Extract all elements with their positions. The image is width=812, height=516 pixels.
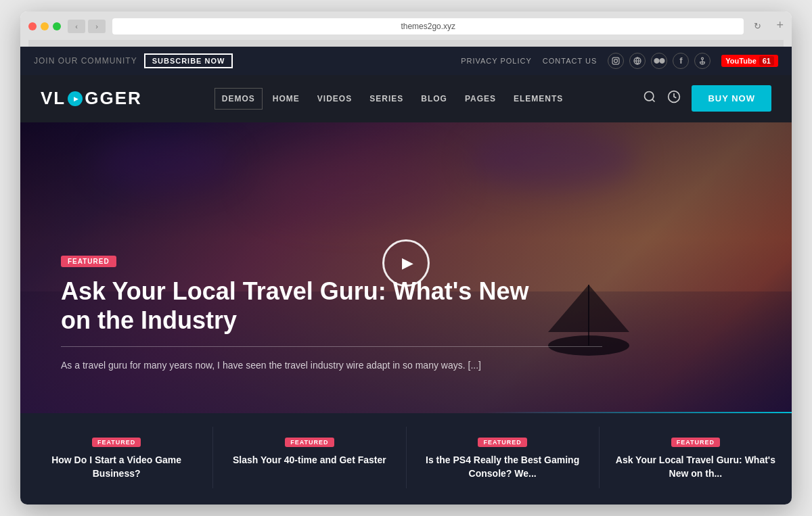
minimize-button[interactable] xyxy=(41,22,49,30)
anchor-icon[interactable] xyxy=(694,53,710,69)
hero-excerpt: As a travel guru for many years now, I h… xyxy=(61,358,521,373)
hero-title: Ask Your Local Travel Guru: What's New o… xyxy=(61,277,535,335)
subscribe-now-button[interactable]: SUBSCRIBE NOW xyxy=(144,53,233,68)
nav-item-pages[interactable]: PAGES xyxy=(457,88,503,110)
join-text: JOIN OUR COMMUNITY xyxy=(34,56,137,66)
social-icons: ⬤⬤ f xyxy=(608,53,710,69)
website-content: JOIN OUR COMMUNITY SUBSCRIBE NOW PRIVACY… xyxy=(20,47,792,505)
hero-section: FEATURED Ask Your Local Travel Guru: Wha… xyxy=(20,122,792,413)
svg-rect-0 xyxy=(612,57,619,64)
nav-item-blog[interactable]: BLOG xyxy=(413,88,455,110)
cards-section: FEATURED How Do I Start a Video Game Bus… xyxy=(20,413,792,505)
svg-point-2 xyxy=(618,59,618,60)
nav-item-series[interactable]: SERIES xyxy=(362,88,411,110)
card-4-badge: FEATURED xyxy=(671,438,720,447)
buy-now-button[interactable]: BUY NOW xyxy=(692,85,771,112)
nav-item-home[interactable]: HOME xyxy=(265,88,307,110)
featured-badge: FEATURED xyxy=(61,256,116,267)
logo-text-start: VL xyxy=(41,88,66,109)
card-1-badge: FEATURED xyxy=(92,438,141,447)
nav-item-videos[interactable]: VIDEOS xyxy=(310,88,359,110)
facebook-icon[interactable]: f xyxy=(673,53,689,69)
card-2[interactable]: FEATURED Slash Your 40-time and Get Fast… xyxy=(213,427,406,488)
card-4[interactable]: FEATURED Ask Your Local Travel Guru: Wha… xyxy=(600,427,792,488)
card-3-badge: FEATURED xyxy=(478,438,526,447)
svg-point-1 xyxy=(614,59,618,62)
svg-point-6 xyxy=(645,92,654,101)
maximize-button[interactable] xyxy=(53,22,61,30)
back-button[interactable]: ‹ xyxy=(68,20,85,33)
card-2-title: Slash Your 40-time and Get Faster xyxy=(229,454,389,467)
top-bar: JOIN OUR COMMUNITY SUBSCRIBE NOW PRIVACY… xyxy=(20,47,792,75)
card-1-title: How Do I Start a Video Game Business? xyxy=(37,454,196,480)
globe-icon[interactable] xyxy=(629,53,646,69)
browser-chrome: ‹ › themes2go.xyz ↻ + xyxy=(20,11,792,47)
card-4-title: Ask Your Local Travel Guru: What's New o… xyxy=(616,454,775,480)
hero-content: FEATURED Ask Your Local Travel Guru: Wha… xyxy=(61,254,751,373)
card-3[interactable]: FEATURED Is the PS4 Really the Best Gami… xyxy=(407,427,600,488)
youtube-label: YouTube xyxy=(725,57,756,65)
logo-play-icon xyxy=(68,91,83,106)
nav-actions: BUY NOW xyxy=(643,85,771,112)
nav-item-demos[interactable]: DEMOS xyxy=(215,88,263,110)
hero-accent-line xyxy=(20,412,792,413)
logo[interactable]: VL GGER xyxy=(41,88,142,109)
youtube-badge[interactable]: YouTube 61 xyxy=(721,55,778,67)
forward-button[interactable]: › xyxy=(88,20,106,33)
flickr-icon[interactable]: ⬤⬤ xyxy=(651,53,667,69)
new-tab-button[interactable]: + xyxy=(776,18,784,34)
youtube-count: 61 xyxy=(759,56,774,66)
tab-bar xyxy=(28,40,784,47)
browser-window: ‹ › themes2go.xyz ↻ + JOIN OUR COMMUNITY… xyxy=(20,11,792,505)
refresh-button[interactable]: ↻ xyxy=(750,20,764,33)
address-bar[interactable]: themes2go.xyz xyxy=(112,18,744,34)
hero-divider xyxy=(61,346,602,347)
history-icon[interactable] xyxy=(667,90,681,107)
search-icon[interactable] xyxy=(643,90,656,107)
card-3-title: Is the PS4 Really the Best Gaming Consol… xyxy=(423,454,583,480)
privacy-policy-link[interactable]: PRIVACY POLICY xyxy=(461,57,532,65)
nav-item-elements[interactable]: ELEMENTS xyxy=(506,88,570,110)
card-2-badge: FEATURED xyxy=(285,438,334,447)
instagram-icon[interactable] xyxy=(608,53,624,69)
top-bar-right: PRIVACY POLICY CONTACT US ⬤⬤ f xyxy=(461,53,778,69)
svg-point-4 xyxy=(702,57,704,60)
close-button[interactable] xyxy=(28,22,37,30)
url-text: themes2go.xyz xyxy=(401,22,455,31)
contact-us-link[interactable]: CONTACT US xyxy=(543,57,597,65)
traffic-lights xyxy=(28,22,61,30)
top-bar-left: JOIN OUR COMMUNITY SUBSCRIBE NOW xyxy=(34,53,233,68)
main-nav: VL GGER DEMOS HOME VIDEOS SERIES BLOG PA… xyxy=(20,75,792,122)
nav-buttons: ‹ › xyxy=(68,20,106,33)
nav-menu: DEMOS HOME VIDEOS SERIES BLOG PAGES ELEM… xyxy=(215,88,571,110)
logo-text-end: GGER xyxy=(85,88,142,109)
svg-line-7 xyxy=(652,99,655,102)
card-1[interactable]: FEATURED How Do I Start a Video Game Bus… xyxy=(20,427,213,488)
